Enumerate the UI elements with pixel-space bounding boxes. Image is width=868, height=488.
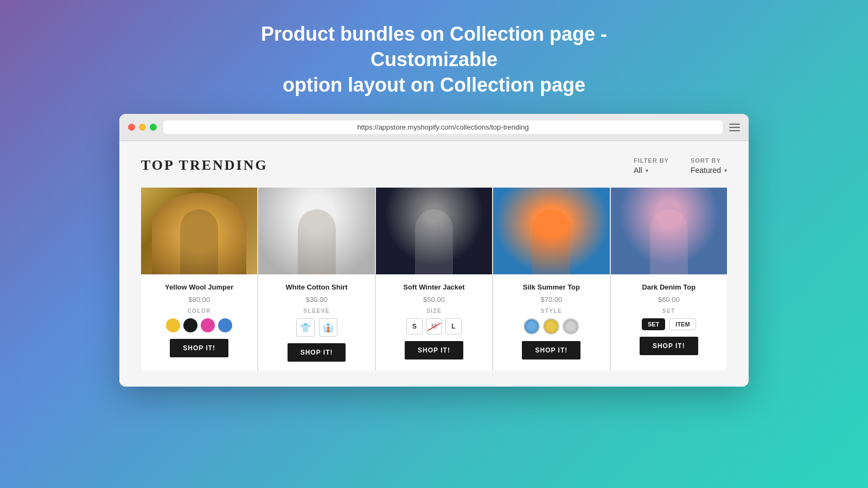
option-label: STYLE <box>541 308 563 314</box>
color-swatch-blue[interactable] <box>218 318 232 332</box>
shop-it-button[interactable]: SHOP IT! <box>405 341 463 359</box>
product-image <box>258 188 374 274</box>
color-swatches <box>166 318 232 332</box>
size-m-button[interactable]: M <box>426 318 442 335</box>
product-image <box>493 188 609 274</box>
sort-select[interactable]: Featured ▾ <box>691 166 727 175</box>
browser-chrome: https://appstore.myshopify.com/collectio… <box>119 114 749 141</box>
sort-group: SORT BY Featured ▾ <box>691 157 727 175</box>
traffic-lights <box>128 124 157 131</box>
style-swatch-3[interactable] <box>563 318 579 335</box>
product-price: $80.00 <box>188 296 210 304</box>
option-label: SET <box>662 308 675 314</box>
color-swatch-black[interactable] <box>183 318 197 332</box>
maximize-button-icon[interactable] <box>150 124 157 131</box>
product-card: Soft Winter Jacket $50.00 SIZE S M L SHO… <box>376 188 492 370</box>
set-options: SET ITEM <box>642 318 696 330</box>
product-name: Silk Summer Top <box>518 283 585 291</box>
collection-title: TOP TRENDING <box>141 157 268 174</box>
product-name: Dark Denim Top <box>636 283 701 291</box>
product-image <box>376 188 492 274</box>
menu-icon[interactable] <box>729 124 740 131</box>
filter-sort-controls: FILTER BY All ▾ SORT BY Featured ▾ <box>634 157 727 175</box>
style-swatch-1[interactable] <box>524 318 540 335</box>
product-price: $70.00 <box>541 296 563 304</box>
shop-it-button[interactable]: SHOP IT! <box>170 339 228 357</box>
option-label: SIZE <box>426 308 442 314</box>
style-swatch-2[interactable] <box>543 318 559 335</box>
shop-it-button[interactable]: SHOP IT! <box>288 343 346 362</box>
product-image <box>611 188 727 274</box>
product-card-bottom: Silk Summer Top $70.00 STYLE SHOP IT! <box>493 283 609 359</box>
product-card-bottom: Soft Winter Jacket $50.00 SIZE S M L SHO… <box>376 283 492 359</box>
filter-label: FILTER BY <box>634 157 669 164</box>
option-label: SLEEVE <box>303 308 329 314</box>
short-sleeve-button[interactable]: 👔 <box>319 318 337 337</box>
color-swatch-yellow[interactable] <box>166 318 180 332</box>
product-card-bottom: White Cotton Shirt $30.00 SLEEVE 👕 👔 SHO… <box>258 283 374 362</box>
set-button[interactable]: SET <box>642 318 665 330</box>
minimize-button-icon[interactable] <box>139 124 146 131</box>
product-card: Silk Summer Top $70.00 STYLE SHOP IT! <box>493 188 609 370</box>
color-swatch-pink[interactable] <box>201 318 215 332</box>
product-card: Yellow Wool Jumper $80.00 COLOR SHOP IT! <box>141 188 257 370</box>
long-sleeve-button[interactable]: 👕 <box>296 318 315 337</box>
shop-it-button[interactable]: SHOP IT! <box>640 337 698 355</box>
long-sleeve-icon: 👕 <box>300 323 311 333</box>
product-name: White Cotton Shirt <box>280 283 353 291</box>
browser-content: TOP TRENDING FILTER BY All ▾ SORT BY Fea… <box>119 141 749 387</box>
sort-label: SORT BY <box>691 157 727 164</box>
item-button[interactable]: ITEM <box>669 318 695 330</box>
filter-group: FILTER BY All ▾ <box>634 157 669 175</box>
product-card: Dark Denim Top $60.00 SET SET ITEM SHOP … <box>611 188 727 370</box>
option-label: COLOR <box>187 308 211 314</box>
product-price: $60.00 <box>658 296 680 304</box>
product-name: Yellow Wool Jumper <box>159 283 239 291</box>
short-sleeve-icon: 👔 <box>323 323 334 333</box>
browser-window: https://appstore.myshopify.com/collectio… <box>119 114 749 387</box>
product-price: $50.00 <box>423 296 445 304</box>
sleeve-options: 👕 👔 <box>296 318 337 337</box>
address-bar[interactable]: https://appstore.myshopify.com/collectio… <box>163 120 723 134</box>
product-card-bottom: Yellow Wool Jumper $80.00 COLOR SHOP IT! <box>141 283 257 357</box>
product-name: Soft Winter Jacket <box>398 283 470 291</box>
page-title: Product bundles on Collection page - Cus… <box>217 22 651 98</box>
filter-select[interactable]: All ▾ <box>634 166 669 175</box>
size-l-button[interactable]: L <box>445 318 462 335</box>
products-grid: Yellow Wool Jumper $80.00 COLOR SHOP IT! <box>141 188 727 370</box>
chevron-down-icon: ▾ <box>646 168 648 174</box>
size-options: S M L <box>406 318 462 335</box>
size-s-button[interactable]: S <box>406 318 423 335</box>
close-button-icon[interactable] <box>128 124 135 131</box>
style-options <box>524 318 579 335</box>
product-card: White Cotton Shirt $30.00 SLEEVE 👕 👔 SHO… <box>258 188 374 370</box>
chevron-down-icon: ▾ <box>724 168 727 174</box>
product-image <box>141 188 257 274</box>
product-card-bottom: Dark Denim Top $60.00 SET SET ITEM SHOP … <box>611 283 727 355</box>
collection-header: TOP TRENDING FILTER BY All ▾ SORT BY Fea… <box>141 157 727 175</box>
shop-it-button[interactable]: SHOP IT! <box>522 341 580 359</box>
product-price: $30.00 <box>306 296 328 304</box>
